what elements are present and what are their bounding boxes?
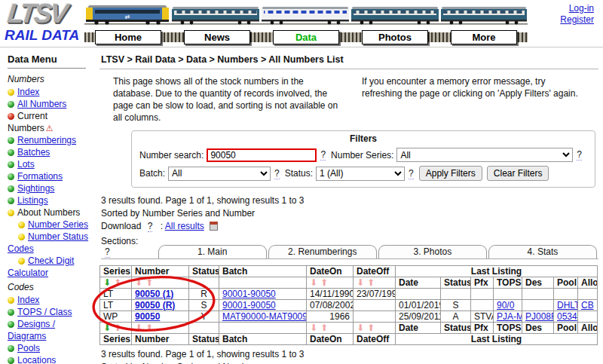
- number-search-input[interactable]: [207, 148, 317, 162]
- nav-data-button[interactable]: Data: [273, 30, 339, 44]
- sort-desc-icon[interactable]: ⬇: [357, 277, 364, 288]
- breadcrumb[interactable]: LTSV > Rail Data > Data > Numbers > All …: [101, 54, 598, 65]
- sort-desc-icon[interactable]: ⬇: [135, 277, 142, 288]
- help-icon[interactable]: ?: [409, 168, 414, 179]
- status-dot-yellow-icon: [18, 222, 25, 228]
- site-logo[interactable]: LTSV: [6, 1, 67, 26]
- subcol-tops: TOPS: [494, 277, 522, 289]
- alloc-link[interactable]: CB: [581, 300, 594, 310]
- subcol-pool: Pool: [554, 277, 578, 289]
- sort-desc-active-icon[interactable]: ⬇: [103, 277, 111, 288]
- sidebar-item-number-series[interactable]: Number Series: [8, 219, 93, 231]
- sidebar-item-pools[interactable]: Pools: [8, 342, 93, 354]
- table-row: WP 90050 Y MAT90000-MAT90091 1966 25/09/…: [100, 311, 598, 323]
- header-row-top: Series Number Status Batch DateOn DateOf…: [100, 266, 598, 277]
- tops-link[interactable]: PJA-M: [497, 311, 522, 322]
- status-dot-yellow-icon: [8, 89, 14, 96]
- nav-more-button[interactable]: More: [451, 30, 517, 44]
- status-dot-yellow-icon: [8, 297, 14, 304]
- sidebar-item-all-numbers[interactable]: All Numbers: [8, 98, 93, 110]
- sidebar-item-index[interactable]: Index: [8, 86, 93, 98]
- sidebar-item-sightings[interactable]: Sightings: [8, 182, 93, 194]
- des-link[interactable]: PJ008F: [525, 311, 554, 322]
- subcol-des: Des: [522, 323, 554, 334]
- nav-news-button[interactable]: News: [184, 30, 250, 44]
- sidebar-item-tops-class[interactable]: TOPS / Class: [8, 306, 93, 318]
- filters-row-1: Number search: ? Number Series: All ?: [139, 148, 587, 162]
- tab-main[interactable]: 1. Main: [158, 245, 267, 258]
- sidebar-item-check-digit-calculator[interactable]: Check Digit Calculator: [8, 255, 93, 279]
- sort-desc-icon[interactable]: ⬇: [310, 277, 317, 288]
- svg-text:⇄: ⇄: [125, 14, 130, 20]
- sidebar-item-number-status-codes[interactable]: Number Status Codes: [8, 231, 93, 255]
- download-all-results-link[interactable]: All results: [165, 221, 204, 231]
- subcol-pfx: Pfx: [471, 277, 494, 289]
- status-dot-green-icon: [8, 357, 14, 364]
- sidebar-item-current-numbers: Current Numbers⚠: [8, 110, 93, 134]
- number-link[interactable]: 90050: [135, 311, 160, 322]
- sidebar-item-listings[interactable]: Listings: [8, 194, 93, 206]
- sort-desc-icon[interactable]: ⬇: [310, 323, 317, 333]
- number-link[interactable]: 90050 (1): [135, 289, 173, 299]
- help-icon[interactable]: ?: [274, 168, 280, 179]
- sort-asc-icon[interactable]: ⬆: [367, 323, 375, 333]
- help-icon[interactable]: ?: [577, 149, 582, 161]
- intro-right: If you encounter a memory error message,…: [362, 75, 588, 124]
- coach-graphic-1: [172, 7, 259, 24]
- sidebar-item-renumberings[interactable]: Renumberings: [8, 134, 93, 146]
- sort-asc-icon[interactable]: ⬆: [367, 277, 375, 288]
- register-link[interactable]: Register: [560, 14, 594, 26]
- sort-desc-icon[interactable]: ⬇: [135, 323, 142, 333]
- batch-select[interactable]: All: [168, 167, 271, 181]
- sidebar-item-formations[interactable]: Formations: [8, 170, 93, 182]
- tops-link[interactable]: 90/0: [497, 300, 514, 310]
- apply-filters-button[interactable]: Apply Filters: [419, 166, 482, 181]
- nav-home-button[interactable]: Home: [95, 30, 161, 44]
- sidebar-item-designs-diagrams[interactable]: Designs / Diagrams: [8, 318, 93, 342]
- sort-desc-icon[interactable]: ⬇: [357, 323, 364, 333]
- help-icon[interactable]: ?: [148, 221, 153, 232]
- help-icon[interactable]: ?: [105, 246, 110, 258]
- batch-link[interactable]: MAT90000-MAT90091: [222, 311, 307, 322]
- status-select[interactable]: 1 (All): [316, 167, 405, 181]
- sort-desc-active-icon[interactable]: ⬇: [103, 323, 111, 333]
- status-dot-green-icon: [8, 309, 14, 316]
- batch-link[interactable]: 90001-90050: [222, 300, 276, 310]
- sidebar-item-batches[interactable]: Batches: [8, 146, 93, 158]
- pool-link[interactable]: 0534: [557, 311, 577, 322]
- sidebar-item-codes-index[interactable]: Index: [8, 294, 93, 306]
- sort-asc-icon[interactable]: ⬆: [320, 277, 328, 288]
- sort-asc-icon[interactable]: ⬆: [145, 323, 153, 333]
- train-banner-image: ⇄: [84, 1, 528, 28]
- batch-link[interactable]: 90001-90050: [222, 289, 276, 299]
- sidebar-item-locations[interactable]: Locations: [8, 354, 93, 364]
- sidebar: Data Menu Numbers Index All Numbers Curr…: [0, 47, 96, 364]
- number-series-select[interactable]: All: [396, 148, 573, 162]
- login-link[interactable]: Log-in: [560, 3, 594, 14]
- pool-link[interactable]: DHLT: [557, 300, 578, 310]
- tab-stats[interactable]: 4. Stats: [488, 245, 597, 258]
- help-icon[interactable]: ?: [320, 149, 326, 161]
- nav-photos-button[interactable]: Photos: [362, 30, 428, 44]
- sidebar-heading-codes: Codes: [8, 281, 93, 294]
- status-dot-green-icon: [8, 149, 14, 156]
- sort-asc-icon[interactable]: ⬆: [114, 277, 121, 288]
- sort-asc-icon[interactable]: ⬆: [114, 323, 121, 333]
- sort-asc-icon[interactable]: ⬆: [145, 277, 153, 288]
- tab-renumberings[interactable]: 2. Renumberings: [268, 245, 377, 258]
- tab-photos[interactable]: 3. Photos: [378, 245, 487, 258]
- clear-filters-button[interactable]: Clear Filters: [487, 166, 549, 181]
- spreadsheet-file-icon: [210, 222, 218, 231]
- results-table: Series Number Status Batch DateOn DateOf…: [99, 265, 598, 345]
- col-status: Status: [189, 266, 219, 277]
- sidebar-codes-menu: Index TOPS / Class Designs / Diagrams Po…: [8, 294, 93, 364]
- sidebar-heading-numbers: Numbers: [8, 73, 93, 86]
- subcol-des: Des: [522, 277, 554, 289]
- col-last-listing: Last Listing: [396, 266, 598, 277]
- number-link[interactable]: 90050 (R): [135, 300, 175, 310]
- sidebar-item-lots[interactable]: Lots: [8, 158, 93, 170]
- status-dot-green-icon: [8, 101, 14, 108]
- intro-text: This page shows all of the stock numbers…: [99, 75, 598, 124]
- subcol-alloc: Alloc: [578, 277, 598, 289]
- sort-asc-icon[interactable]: ⬆: [320, 323, 328, 333]
